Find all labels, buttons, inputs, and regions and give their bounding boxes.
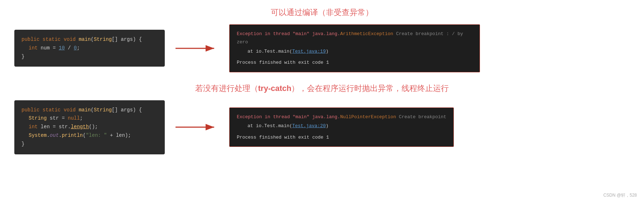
section2-console-line2: at io.Test.main(Test.java:20)	[237, 122, 446, 130]
section1-code-block: public static void main(String[] args) {…	[14, 30, 165, 67]
section2-code-line4: System.out.println("len: " + len);	[21, 131, 158, 140]
section2-console-block: Exception in thread "main" java.lang.Nul…	[229, 107, 454, 147]
section1-console-line2: at io.Test.main(Test.java:19)	[237, 47, 472, 56]
section1-arrow	[176, 43, 218, 54]
section2-code-line1: public static void main(String[] args) {	[21, 107, 142, 113]
section1-demo-row: public static void main(String[] args) {…	[14, 24, 630, 72]
section1-console-line1: Exception in thread "main" java.lang.Ari…	[237, 30, 472, 47]
section2-demo-row: public static void main(String[] args) {…	[14, 100, 630, 154]
section2: 若没有进行处理（try-catch），会在程序运行时抛出异常，线程终止运行 pu…	[14, 83, 630, 154]
section2-code-block: public static void main(String[] args) {…	[14, 100, 165, 154]
section1-code-line2: int num = 10 / 0;	[21, 44, 158, 53]
arrow-icon-2	[176, 122, 218, 133]
section1-title-text: 可以通过编译（非受查异常）	[271, 8, 373, 17]
watermark-text: CSDN @轩，528	[603, 193, 637, 198]
section2-code-line2: String str = null;	[21, 114, 158, 123]
section2-title: 若没有进行处理（try-catch），会在程序运行时抛出异常，线程终止运行	[14, 83, 630, 94]
section1-console-block: Exception in thread "main" java.lang.Ari…	[229, 24, 480, 72]
section2-title-pre: 若没有进行处理（	[195, 84, 258, 93]
main-container: 可以通过编译（非受查异常） public static void main(St…	[0, 0, 644, 172]
section2-code-line3: int len = str.length();	[21, 123, 158, 131]
section2-title-post: ），会在程序运行时抛出异常，线程终止运行	[291, 84, 449, 93]
section1-title: 可以通过编译（非受查异常）	[14, 7, 630, 18]
section2-title-bold: try-catch	[258, 84, 292, 93]
section1-console-line3: Process finished with exit code 1	[237, 58, 472, 67]
watermark: CSDN @轩，528	[603, 192, 637, 198]
arrow-icon	[176, 43, 218, 54]
section2-console-line3: Process finished with exit code 1	[237, 133, 446, 141]
section2-console-line1: Exception in thread "main" java.lang.Nul…	[237, 113, 446, 121]
section2-code-line5: }	[21, 141, 24, 147]
section1-code-line3: }	[21, 54, 24, 59]
section1-code-line1: public static void main(String[] args) {	[21, 37, 142, 42]
section2-arrow	[176, 122, 218, 133]
section1: 可以通过编译（非受查异常） public static void main(St…	[14, 7, 630, 72]
